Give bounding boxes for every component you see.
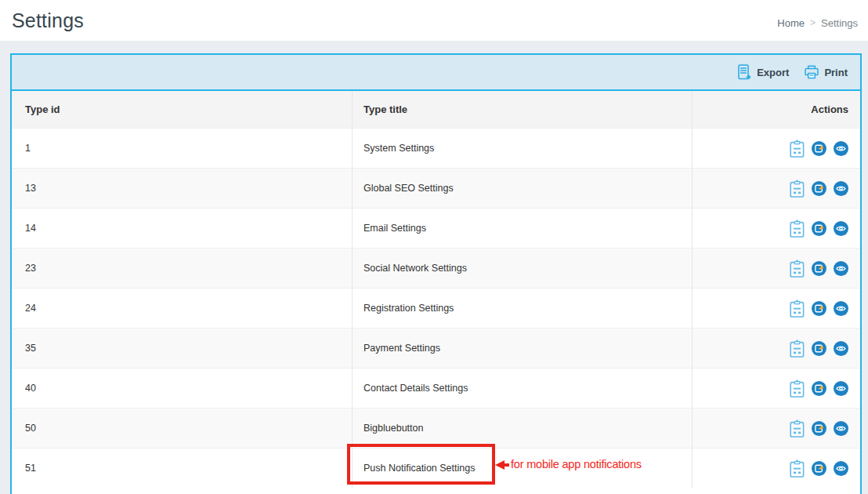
view-eye-icon[interactable] bbox=[834, 141, 848, 156]
type-title-text: Social Network Settings bbox=[363, 263, 467, 274]
cell-type-id: 50 bbox=[12, 409, 352, 448]
settings-panel: Export Print Type id Type title Actions bbox=[10, 53, 862, 494]
edit-icon[interactable] bbox=[812, 141, 826, 156]
cell-type-title: System Settings bbox=[352, 129, 693, 168]
table-row: 51 Push Notification Settings bbox=[12, 448, 860, 488]
type-title-text: Registration Settings bbox=[363, 303, 454, 314]
print-button[interactable]: Print bbox=[805, 65, 848, 79]
breadcrumb: Home > Settings bbox=[777, 17, 858, 29]
type-title-text: Contact Details Settings bbox=[363, 383, 468, 394]
view-eye-icon[interactable] bbox=[834, 261, 848, 276]
cell-type-title: Registration Settings bbox=[352, 289, 693, 328]
clipboard-details-icon[interactable] bbox=[790, 300, 805, 318]
clipboard-details-icon[interactable] bbox=[790, 140, 805, 158]
cell-type-id: 24 bbox=[12, 289, 352, 328]
edit-icon[interactable] bbox=[812, 261, 826, 276]
edit-icon[interactable] bbox=[812, 381, 826, 396]
cell-type-id: 13 bbox=[12, 169, 352, 208]
breadcrumb-home-link[interactable]: Home bbox=[777, 17, 805, 29]
content-area: Export Print Type id Type title Actions bbox=[0, 41, 868, 494]
table-row: 24 Registration Settings bbox=[12, 288, 860, 328]
table-body: 1 System Settings bbox=[12, 128, 860, 488]
clipboard-details-icon[interactable] bbox=[790, 420, 805, 438]
cell-type-id: 51 bbox=[12, 449, 352, 488]
table-header: Type id Type title Actions bbox=[12, 91, 860, 128]
annotation-text: for mobile app notifications bbox=[511, 458, 642, 470]
cell-type-title: Social Network Settings bbox=[352, 249, 693, 288]
type-title-text: System Settings bbox=[363, 143, 434, 154]
export-document-icon bbox=[738, 64, 751, 80]
view-eye-icon[interactable] bbox=[834, 181, 848, 196]
cell-type-title: Payment Settings bbox=[352, 329, 693, 368]
table-row: 35 Payment Settings bbox=[12, 328, 860, 368]
edit-icon[interactable] bbox=[812, 421, 826, 436]
edit-icon[interactable] bbox=[812, 301, 826, 316]
table-row: 1 System Settings bbox=[12, 128, 860, 168]
column-header-type-id: Type id bbox=[12, 91, 352, 128]
cell-type-id: 40 bbox=[12, 369, 352, 408]
cell-actions bbox=[693, 369, 860, 408]
cell-actions bbox=[693, 409, 860, 448]
type-title-text: Payment Settings bbox=[363, 343, 440, 354]
type-title-text: Push Notification Settings bbox=[363, 463, 475, 474]
clipboard-details-icon[interactable] bbox=[790, 340, 805, 358]
view-eye-icon[interactable] bbox=[834, 381, 848, 396]
breadcrumb-current: Settings bbox=[821, 17, 858, 29]
edit-icon[interactable] bbox=[812, 221, 826, 236]
column-header-type-title: Type title bbox=[352, 91, 693, 128]
cell-type-title: Bigbluebutton bbox=[352, 409, 693, 448]
cell-actions bbox=[693, 169, 860, 208]
print-label: Print bbox=[824, 67, 848, 78]
table-row: 40 Contact Details Settings bbox=[12, 368, 860, 408]
cell-type-id: 1 bbox=[12, 129, 352, 168]
cell-type-title: Contact Details Settings bbox=[352, 369, 693, 408]
cell-actions bbox=[693, 129, 860, 168]
cell-type-id: 14 bbox=[12, 209, 352, 248]
cell-type-id: 23 bbox=[12, 249, 352, 288]
edit-icon[interactable] bbox=[812, 181, 826, 196]
type-title-text: Email Settings bbox=[363, 223, 426, 234]
cell-actions bbox=[693, 249, 860, 288]
breadcrumb-separator: > bbox=[810, 17, 816, 28]
table-toolbar: Export Print bbox=[12, 55, 860, 91]
clipboard-details-icon[interactable] bbox=[790, 180, 805, 198]
cell-actions bbox=[693, 449, 860, 488]
type-title-text: Bigbluebutton bbox=[363, 423, 423, 434]
cell-type-id: 35 bbox=[12, 329, 352, 368]
table-row: 13 Global SEO Settings bbox=[12, 168, 860, 208]
print-icon bbox=[805, 65, 819, 79]
export-button[interactable]: Export bbox=[738, 64, 789, 80]
cell-actions bbox=[693, 209, 860, 248]
clipboard-details-icon[interactable] bbox=[790, 380, 805, 398]
annotation-arrow-tail bbox=[504, 463, 509, 467]
clipboard-details-icon[interactable] bbox=[790, 220, 805, 238]
cell-actions bbox=[693, 329, 860, 368]
table-row: 14 Email Settings bbox=[12, 208, 860, 248]
edit-icon[interactable] bbox=[812, 461, 826, 476]
clipboard-details-icon[interactable] bbox=[790, 260, 805, 278]
clipboard-details-icon[interactable] bbox=[790, 459, 805, 478]
type-title-text: Global SEO Settings bbox=[363, 183, 454, 194]
view-eye-icon[interactable] bbox=[834, 421, 848, 436]
view-eye-icon[interactable] bbox=[834, 461, 848, 476]
top-bar: Settings Home > Settings bbox=[0, 0, 868, 41]
column-header-actions: Actions bbox=[693, 91, 860, 128]
view-eye-icon[interactable] bbox=[834, 221, 848, 236]
view-eye-icon[interactable] bbox=[834, 341, 848, 356]
cell-actions bbox=[693, 289, 860, 328]
view-eye-icon[interactable] bbox=[834, 301, 848, 316]
cell-type-title: Email Settings bbox=[352, 209, 693, 248]
table-row: 23 Social Network Settings bbox=[12, 248, 860, 288]
page-title: Settings bbox=[12, 9, 84, 32]
export-label: Export bbox=[757, 67, 789, 78]
table-row: 50 Bigbluebutton bbox=[12, 408, 860, 448]
cell-type-title: Global SEO Settings bbox=[352, 169, 693, 208]
edit-icon[interactable] bbox=[812, 341, 826, 356]
